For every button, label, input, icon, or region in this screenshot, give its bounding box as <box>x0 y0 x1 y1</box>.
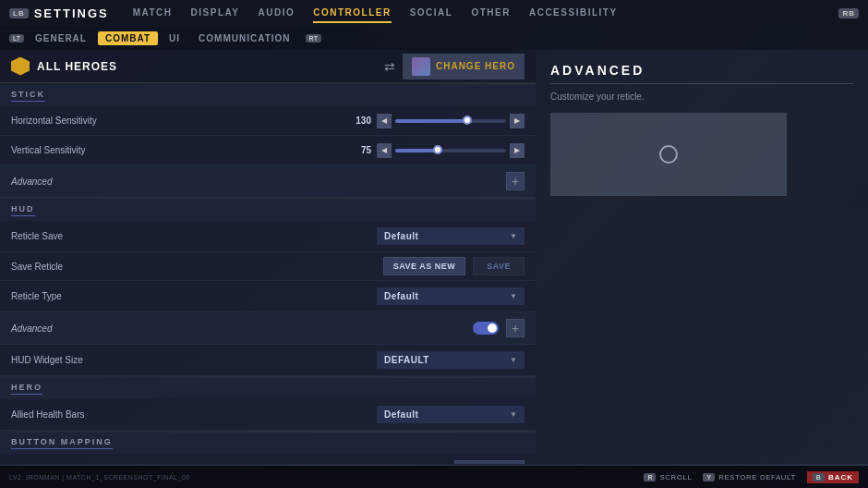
horizontal-increase[interactable]: ▶ <box>510 114 524 128</box>
hud-widget-dropdown[interactable]: DEFAULT ▼ <box>377 351 524 369</box>
nav-item-match[interactable]: MATCH <box>133 4 173 23</box>
vertical-decrease[interactable]: ◀ <box>377 143 392 158</box>
hud-settings: Reticle Save Default ▼ Save Reticle SAVE… <box>0 221 536 376</box>
individual-mapping-row: Individual Hero Button Mappings SELECT <box>0 454 536 464</box>
hero-icon <box>11 57 30 76</box>
reticle-circle <box>659 145 678 164</box>
reticle-save-value: Default <box>384 231 502 241</box>
reticle-save-label: Reticle Save <box>11 231 377 241</box>
sub-nav-bar: LT GENERAL COMBAT UI COMMUNICATION RT <box>0 26 868 50</box>
reticle-save-arrow: ▼ <box>510 232 517 240</box>
bottom-bar: LV2: IRONMAN | MATCH_1_SCREENSHOT_FINAL_… <box>0 466 868 488</box>
vertical-increase[interactable]: ▶ <box>510 143 524 158</box>
right-panel: ADVANCED Customize your reticle. <box>536 50 868 464</box>
hud-advanced-label: Advanced <box>11 323 473 334</box>
r-badge: R <box>644 473 656 482</box>
sub-nav-ui[interactable]: UI <box>162 30 187 47</box>
hero-section-header: HERO <box>0 378 536 399</box>
nav-item-display[interactable]: DISPLAY <box>191 4 240 23</box>
hero-label: HERO <box>11 383 42 395</box>
hud-label: HUD <box>11 204 35 216</box>
save-as-new-button[interactable]: SAVE AS NEW <box>383 257 466 275</box>
horizontal-fill <box>395 119 467 123</box>
horizontal-slider[interactable]: ◀ ▶ <box>377 114 524 128</box>
horizontal-thumb <box>463 116 472 125</box>
horizontal-label: Horizontal Sensitivity <box>11 116 344 126</box>
vertical-fill <box>395 149 438 152</box>
button-mapping-settings: Individual Hero Button Mappings SELECT <box>0 454 536 464</box>
reticle-type-row: Reticle Type Default ▼ <box>0 281 536 312</box>
select-button[interactable]: SELECT <box>454 460 524 464</box>
reticle-preview <box>550 113 787 196</box>
nav-item-other[interactable]: OTHER <box>471 4 511 23</box>
allied-health-dropdown[interactable]: Default ▼ <box>377 406 524 423</box>
allied-health-row: Allied Health Bars Default ▼ <box>0 399 536 431</box>
nav-item-social[interactable]: SOCIAL <box>410 4 453 23</box>
main-layout: ALL HEROES ⇄ CHANGE HERO STICK Horizonta… <box>0 50 868 464</box>
swap-icon[interactable]: ⇄ <box>384 59 395 74</box>
reticle-type-dropdown[interactable]: Default ▼ <box>377 287 524 305</box>
rt-badge[interactable]: RT <box>306 34 321 43</box>
reticle-save-dropdown[interactable]: Default ▼ <box>377 227 524 245</box>
settings-title: SETTINGS <box>34 6 109 20</box>
restore-action: Y RESTORE DEFAULT <box>703 473 795 482</box>
restore-label: RESTORE DEFAULT <box>718 473 796 482</box>
hud-widget-arrow: ▼ <box>510 356 517 364</box>
advanced-desc: Customize your reticle. <box>550 92 853 102</box>
hud-advanced-toggle[interactable] <box>473 322 499 335</box>
y-badge: Y <box>703 473 715 482</box>
horizontal-decrease[interactable]: ◀ <box>377 114 392 128</box>
horizontal-sensitivity-row: Horizontal Sensitivity 130 ◀ ▶ <box>0 106 536 136</box>
reticle-type-label: Reticle Type <box>11 291 377 301</box>
horizontal-track[interactable] <box>395 119 506 123</box>
stick-section-header: STICK <box>0 85 536 106</box>
vertical-slider[interactable]: ◀ ▶ <box>377 143 524 158</box>
nav-item-controller[interactable]: CONTROLLER <box>313 4 391 23</box>
advanced-divider <box>550 83 853 84</box>
hero-header: ALL HEROES ⇄ CHANGE HERO <box>0 50 536 83</box>
button-mapping-header: BUTTON MAPPING <box>0 433 536 454</box>
nav-item-audio[interactable]: AUDIO <box>258 4 295 23</box>
save-button[interactable]: SAVE <box>473 257 524 275</box>
hud-advanced-expand[interactable]: + <box>506 319 524 337</box>
save-reticle-label: Save Reticle <box>11 262 376 272</box>
hud-widget-value: DEFAULT <box>384 355 502 365</box>
stick-advanced-row: Advanced + <box>0 165 536 198</box>
bottom-left-text: LV2: IRONMAN | MATCH_1_SCREENSHOT_FINAL_… <box>9 474 190 481</box>
sub-nav-combat[interactable]: COMBAT <box>98 31 158 45</box>
hero-avatar <box>412 57 430 76</box>
toggle-thumb <box>488 323 497 333</box>
sub-nav-general[interactable]: GENERAL <box>28 30 94 47</box>
back-button[interactable]: B BACK <box>807 471 859 483</box>
vertical-value: 75 <box>344 145 371 155</box>
hud-section-header: HUD <box>0 200 536 221</box>
hud-widget-label: HUD Widget Size <box>11 355 377 365</box>
reticle-type-arrow: ▼ <box>510 292 517 300</box>
horizontal-value: 130 <box>344 116 371 126</box>
reticle-save-row: Reticle Save Default ▼ <box>0 221 536 252</box>
hud-widget-row: HUD Widget Size DEFAULT ▼ <box>0 345 536 376</box>
left-panel: ALL HEROES ⇄ CHANGE HERO STICK Horizonta… <box>0 50 536 464</box>
bottom-right-actions: R SCROLL Y RESTORE DEFAULT B BACK <box>644 471 859 483</box>
nav-item-accessibility[interactable]: ACCESSIBILITY <box>529 4 618 23</box>
lb-badge[interactable]: LB <box>9 8 29 18</box>
b-badge: B <box>813 473 825 482</box>
stick-advanced-expand[interactable]: + <box>506 172 524 190</box>
hud-advanced-row: Advanced + <box>0 312 536 345</box>
allied-health-arrow: ▼ <box>510 410 517 419</box>
hero-settings: Allied Health Bars Default ▼ <box>0 399 536 431</box>
back-label: BACK <box>828 473 853 482</box>
scroll-label: SCROLL <box>659 473 692 482</box>
stick-label: STICK <box>11 90 45 102</box>
vertical-track[interactable] <box>395 149 506 152</box>
rb-badge[interactable]: RB <box>838 8 859 18</box>
vertical-thumb <box>433 145 442 154</box>
button-mapping-label: BUTTON MAPPING <box>11 437 113 449</box>
change-hero-button[interactable]: CHANGE HERO <box>403 54 524 79</box>
lt-badge[interactable]: LT <box>9 34 24 43</box>
sub-nav-communication[interactable]: COMMUNICATION <box>191 30 297 47</box>
stick-advanced-label: Advanced <box>11 177 506 187</box>
top-nav-bar: LB SETTINGS MATCH DISPLAY AUDIO CONTROLL… <box>0 0 868 26</box>
change-hero-text: CHANGE HERO <box>436 61 515 71</box>
save-reticle-row: Save Reticle SAVE AS NEW SAVE <box>0 252 536 281</box>
